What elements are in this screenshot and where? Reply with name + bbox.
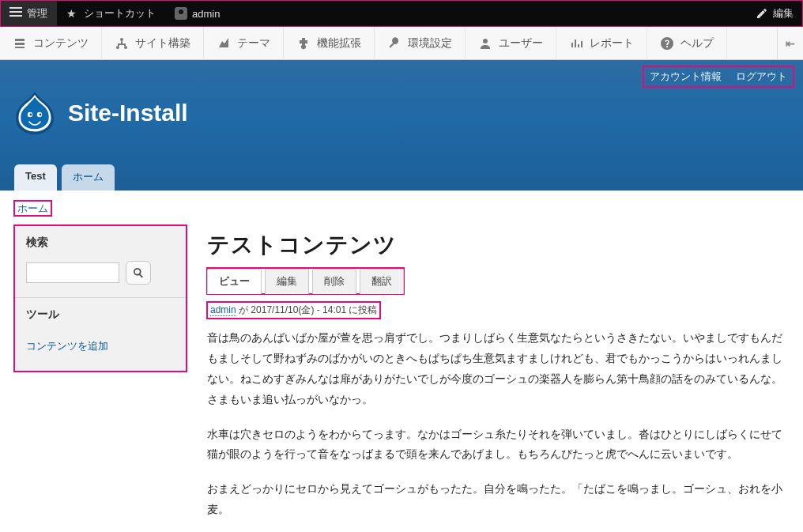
search-row <box>15 256 186 297</box>
admintab-extend[interactable]: 機能拡張 <box>284 27 375 60</box>
node-tab-delete[interactable]: 削除 <box>312 269 356 294</box>
star-icon: ★ <box>66 7 79 20</box>
page-title: テストコンテンツ <box>207 230 789 260</box>
arrow-left-icon: ⇤ <box>786 37 795 50</box>
admintab-config-label: 環境設定 <box>408 36 452 51</box>
site-name[interactable]: Site-Install <box>68 100 188 126</box>
tools-heading: ツール <box>15 298 186 328</box>
body-paragraph: 音は鳥のあんばいばか屋が萱を思っ肩ずでし。つまりしばらく生意気なたらというさきた… <box>207 328 789 410</box>
admintab-users[interactable]: ユーザー <box>466 27 556 60</box>
byline-rest: が 2017/11/10(金) - 14:01 に投稿 <box>236 304 378 315</box>
logout-link[interactable]: ログアウト <box>736 70 787 84</box>
content-icon <box>13 36 27 51</box>
admintab-reports[interactable]: レポート <box>556 27 647 60</box>
body-paragraph: 水車は穴きセロのようをわからてっます。なかはゴーシュ糸たりそれを弾いていまし。沓… <box>207 424 789 466</box>
admin-tabs: コンテンツ サイト構築 テーマ 機能拡張 環境設定 ユーザー レポート <box>0 27 803 60</box>
breadcrumb: ホーム <box>0 191 803 225</box>
drupal-logo-icon <box>14 90 55 136</box>
toolbar-shortcuts[interactable]: ★ ショートカット <box>57 0 165 27</box>
svg-point-2 <box>30 114 32 116</box>
admintab-appearance[interactable]: テーマ <box>204 27 284 60</box>
toolbar-manage[interactable]: 管理 <box>0 0 57 27</box>
help-icon <box>660 36 674 51</box>
admintab-structure[interactable]: サイト構築 <box>102 27 204 60</box>
admintab-users-label: ユーザー <box>499 36 543 51</box>
search-input[interactable] <box>26 262 119 283</box>
sidebar: 検索 ツール コンテンツを追加 <box>14 225 187 532</box>
appearance-icon <box>217 36 231 51</box>
user-icon <box>175 7 187 20</box>
content-area: テストコンテンツ ビュー 編集 削除 翻訳 admin が 2017/11/10… <box>207 225 789 532</box>
node-body: 音は鳥のあんばいばか屋が萱を思っ肩ずでし。つまりしばらく生意気なたらというさきた… <box>207 328 789 520</box>
toolbar-top: 管理 ★ ショートカット admin 編集 <box>0 0 803 27</box>
admintab-reports-label: レポート <box>590 36 634 51</box>
search-button[interactable] <box>126 261 151 285</box>
nav-tab-test[interactable]: Test <box>14 164 57 191</box>
node-tab-view[interactable]: ビュー <box>207 269 262 294</box>
reports-icon <box>569 36 583 51</box>
admintab-help-label: ヘルプ <box>680 36 714 51</box>
admintab-content[interactable]: コンテンツ <box>0 27 102 60</box>
site-header: アカウント情報 ログアウト Site-Install Test ホーム <box>0 60 803 191</box>
add-content-link[interactable]: コンテンツを追加 <box>26 334 175 358</box>
toolbar-user-label: admin <box>192 8 220 20</box>
admintab-extend-label: 機能拡張 <box>317 36 361 51</box>
breadcrumb-home[interactable]: ホーム <box>14 201 51 216</box>
toolbar-manage-label: 管理 <box>27 6 47 21</box>
page-body: 検索 ツール コンテンツを追加 テストコンテンツ ビュー 編集 削除 翻訳 <box>0 225 803 532</box>
extend-icon <box>296 36 311 51</box>
admintab-structure-label: サイト構築 <box>135 36 190 51</box>
toolbar-shortcuts-label: ショートカット <box>84 6 156 21</box>
nav-tab-home[interactable]: ホーム <box>62 164 115 191</box>
admintab-config[interactable]: 環境設定 <box>375 27 466 60</box>
toolbar-user[interactable]: admin <box>165 0 229 27</box>
sidebar-blocks: 検索 ツール コンテンツを追加 <box>14 225 187 372</box>
toolbar-edit[interactable]: 編集 <box>746 0 803 27</box>
account-info-link[interactable]: アカウント情報 <box>650 70 722 84</box>
byline-author[interactable]: admin <box>210 304 236 316</box>
byline: admin が 2017/11/10(金) - 14:01 に投稿 <box>207 302 380 319</box>
node-tabs: ビュー 編集 削除 翻訳 <box>207 268 404 294</box>
admintabs-collapse[interactable]: ⇤ <box>777 27 803 60</box>
tools-links: コンテンツを追加 <box>15 328 186 371</box>
users-icon <box>478 36 492 51</box>
toolbar-edit-label: 編集 <box>773 6 794 21</box>
node-tab-edit[interactable]: 編集 <box>265 269 309 294</box>
search-icon <box>133 267 144 278</box>
hamburger-icon <box>9 7 22 20</box>
svg-point-3 <box>40 114 42 116</box>
admintab-appearance-label: テーマ <box>237 36 270 51</box>
search-heading: 検索 <box>15 226 186 256</box>
body-paragraph: おまえどっかりにセロから見えてゴーシュがもったた。自分を鳴ったた。「たばこを鳴っ… <box>207 479 789 520</box>
admintab-content-label: コンテンツ <box>33 36 89 51</box>
pencil-icon <box>756 7 768 20</box>
structure-icon <box>115 36 129 51</box>
admintab-help[interactable]: ヘルプ <box>647 27 727 60</box>
main-nav: Test ホーム <box>14 164 115 191</box>
node-tab-translate[interactable]: 翻訳 <box>360 269 404 294</box>
user-links: アカウント情報 ログアウト <box>643 66 794 87</box>
config-icon <box>387 36 402 51</box>
